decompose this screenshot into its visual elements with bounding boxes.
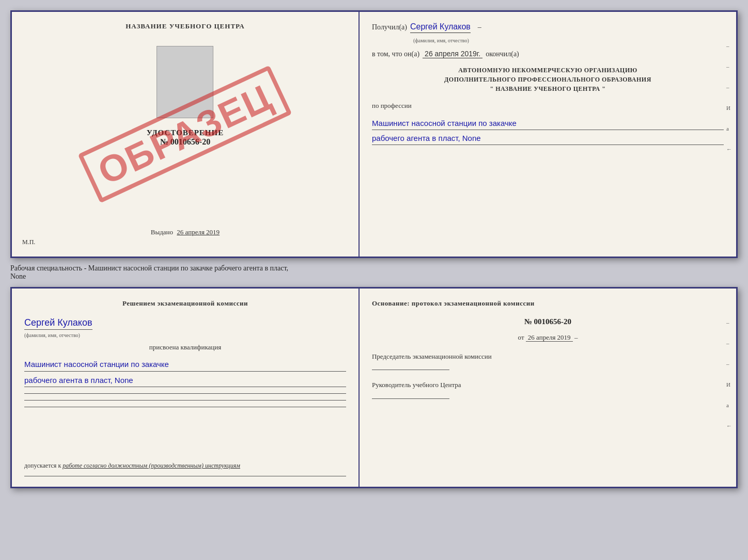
vydano-line: Выдано 26 апреля 2019 [151, 228, 220, 236]
poluchil-label: Получил(а) [372, 23, 407, 31]
underline2 [24, 400, 346, 401]
osnovaniye-text: Основание: протокол экзаменационной коми… [372, 299, 724, 308]
prisvoena-text: присвоена квалификация [24, 343, 346, 351]
bottom-right: Основание: протокол экзаменационной коми… [360, 289, 736, 487]
protocol-date-value: 26 апреля 2019 [526, 333, 573, 342]
person-block: Сергей Кулаков (фамилия, имя, отчество) [24, 315, 346, 339]
okonchil-label: окончил(а) [486, 50, 519, 58]
profession-line2: рабочего агента в пласт, None [372, 132, 724, 145]
profession-line1: Машинист насосной станции по закачке [372, 117, 724, 130]
predsedatel-text: Председатель экзаменационной комиссии [372, 352, 724, 361]
between-text: Рабочая специальность - Машинист насосно… [10, 262, 738, 283]
org-line1: АВТОНОМНУЮ НЕКОММЕРЧЕСКУЮ ОРГАНИЗАЦИЮ [372, 66, 724, 75]
fio-hint-bottom: (фамилия, имя, отчество) [24, 332, 80, 338]
udostoverenie-num: № 0010656-20 [147, 137, 224, 147]
between-line2: None [10, 273, 738, 281]
date-value: 26 апреля 2019г. [423, 50, 482, 58]
org-line3: " НАЗВАНИЕ УЧЕБНОГО ЦЕНТРА " [372, 84, 724, 93]
protocol-date-label: от [518, 333, 524, 341]
dopuskaetsya-label: допускается к [24, 462, 61, 469]
doc-right: Получил(а) Сергей Кулаков – (фамилия, им… [360, 12, 736, 257]
po-professii-label: по профессии [372, 102, 724, 110]
protocol-num: № 0010656-20 [372, 317, 724, 326]
photo-placeholder [157, 46, 213, 118]
date-line: в том, что он(а) 26 апреля 2019г. окончи… [372, 50, 724, 58]
between-line1: Рабочая специальность - Машинист насосно… [10, 264, 738, 273]
qualification-line1: Машинист насосной станции по закачке [24, 358, 346, 372]
person-name: Сергей Кулаков [24, 317, 92, 330]
qualification-line2: рабочего агента в пласт, None [24, 374, 346, 388]
vtom-label: в том, что он(а) [372, 50, 419, 58]
top-document: НАЗВАНИЕ УЧЕБНОГО ЦЕНТРА УДОСТОВЕРЕНИЕ №… [10, 10, 738, 258]
udostoverenie-block: УДОСТОВЕРЕНИЕ № 0010656-20 [147, 129, 224, 147]
fio-hint-top: (фамилия, имя, отчество) [413, 38, 469, 43]
predsedatel-block: Председатель экзаменационной комиссии [372, 352, 724, 370]
bottom-left: Решением экзаменационной комиссии Сергей… [12, 289, 360, 487]
org-line2: ДОПОЛНИТЕЛЬНОГО ПРОФЕССИОНАЛЬНОГО ОБРАЗО… [372, 75, 724, 84]
profession-block: Машинист насосной станции по закачке раб… [372, 115, 724, 145]
dopuskaetsya-value: работе согласно должностным (производств… [63, 462, 240, 469]
right-side-lines: – – – И а ← [726, 43, 732, 152]
underline4 [24, 476, 346, 476]
page-wrapper: НАЗВАНИЕ УЧЕБНОГО ЦЕНТРА УДОСТОВЕРЕНИЕ №… [10, 10, 738, 488]
rukovoditel-signature-line [372, 398, 449, 399]
recipient-name: Сергей Кулаков [410, 22, 471, 33]
rukovoditel-block: Руководитель учебного Центра [372, 380, 724, 398]
bottom-document: Решением экзаменационной комиссии Сергей… [10, 287, 738, 488]
protocol-date: от 26 апреля 2019 – [372, 333, 724, 342]
commission-title: Решением экзаменационной комиссии [24, 299, 346, 308]
predsedatel-signature-line [372, 370, 449, 370]
vydano-date: 26 апреля 2019 [177, 228, 220, 236]
rukovoditel-text: Руководитель учебного Центра [372, 380, 724, 390]
underline1 [24, 393, 346, 394]
vydano-label: Выдано [151, 228, 173, 236]
right-side-lines-bottom: – – – И а ← [726, 319, 732, 429]
doc-left: НАЗВАНИЕ УЧЕБНОГО ЦЕНТРА УДОСТОВЕРЕНИЕ №… [12, 12, 360, 257]
dopuskaetsya-line: допускается к работе согласно должностны… [24, 462, 346, 470]
qualification-block: Машинист насосной станции по закачке раб… [24, 356, 346, 387]
recipient-line: Получил(а) Сергей Кулаков – [372, 22, 724, 33]
udostoverenie-title: УДОСТОВЕРЕНИЕ [147, 129, 224, 137]
mp-line: М.П. [22, 238, 35, 246]
top-doc-title: НАЗВАНИЕ УЧЕБНОГО ЦЕНТРА [126, 22, 245, 30]
underline3 [24, 407, 346, 407]
org-block: АВТОНОМНУЮ НЕКОММЕРЧЕСКУЮ ОРГАНИЗАЦИЮ ДО… [372, 66, 724, 93]
